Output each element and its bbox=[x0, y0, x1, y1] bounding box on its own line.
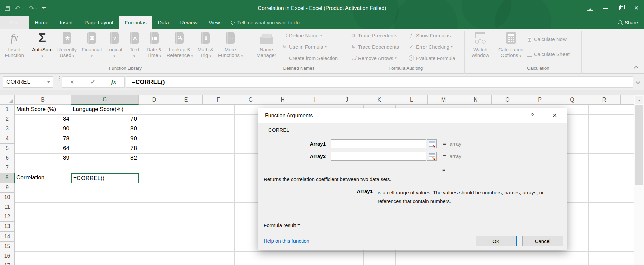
cell-C12[interactable] bbox=[71, 212, 139, 222]
cell-D15[interactable] bbox=[139, 242, 170, 252]
cell-K17[interactable] bbox=[363, 261, 396, 265]
customize-qat-icon[interactable] bbox=[42, 7, 46, 10]
cell-L17[interactable] bbox=[395, 261, 428, 265]
array2-range-picker-icon[interactable] bbox=[427, 152, 437, 161]
cell-M16[interactable] bbox=[428, 251, 460, 261]
row-header-13[interactable]: 13 bbox=[0, 222, 15, 231]
column-header-R[interactable]: R bbox=[588, 95, 621, 105]
cell-x6[interactable] bbox=[621, 153, 634, 163]
ribbon-item-calculate-sheet[interactable]: Calculate Sheet bbox=[526, 47, 570, 62]
row-header-9[interactable]: 9 bbox=[0, 183, 15, 193]
cell-E1[interactable] bbox=[170, 105, 203, 115]
array1-range-picker-icon[interactable] bbox=[427, 139, 437, 148]
cell-D17[interactable] bbox=[139, 261, 170, 265]
column-header-H[interactable]: H bbox=[267, 95, 299, 105]
cell-C6[interactable]: 82 bbox=[71, 153, 139, 163]
cell-O16[interactable] bbox=[492, 251, 524, 261]
cell-E2[interactable] bbox=[170, 114, 203, 124]
share-button[interactable]: Share bbox=[618, 16, 638, 29]
name-box-dropdown-icon[interactable] bbox=[47, 81, 50, 84]
ribbon-button-recently-used[interactable]: ★RecentlyUsed ▾ bbox=[55, 30, 79, 59]
cell-x1[interactable] bbox=[621, 105, 634, 115]
tell-me-box[interactable]: Tell me what you want to do... bbox=[231, 16, 304, 29]
column-header-F[interactable]: F bbox=[203, 95, 234, 105]
name-box[interactable]: CORREL bbox=[3, 76, 53, 88]
cell-B6[interactable]: 89 bbox=[15, 153, 71, 163]
tab-view[interactable]: View bbox=[203, 16, 225, 29]
cell-C7[interactable] bbox=[71, 163, 139, 173]
cell-E3[interactable] bbox=[170, 124, 203, 134]
redo-icon[interactable] bbox=[29, 4, 34, 12]
ribbon-button-date-time[interactable]: Date &Time ▾ bbox=[144, 30, 164, 59]
cell-F6[interactable] bbox=[203, 153, 235, 163]
cell-B16[interactable] bbox=[15, 251, 71, 261]
cell-R15[interactable] bbox=[588, 242, 621, 252]
cell-B13[interactable] bbox=[15, 222, 71, 232]
cell-E16[interactable] bbox=[170, 251, 203, 261]
cell-L16[interactable] bbox=[395, 251, 428, 261]
cell-C2[interactable]: 70 bbox=[71, 114, 139, 124]
cell-x10[interactable] bbox=[621, 193, 634, 203]
undo-icon[interactable] bbox=[15, 4, 20, 12]
cell-G16[interactable] bbox=[234, 251, 267, 261]
cell-E9[interactable] bbox=[170, 183, 203, 193]
column-header-P[interactable]: P bbox=[524, 95, 556, 105]
name-manager-button[interactable]: NameManager bbox=[253, 30, 280, 65]
cell-C3[interactable]: 80 bbox=[71, 124, 139, 134]
cancel-button[interactable]: Cancel bbox=[522, 236, 563, 246]
row-header-15[interactable]: 15 bbox=[0, 242, 15, 251]
row-header-5[interactable]: 5 bbox=[0, 144, 15, 153]
cell-B11[interactable] bbox=[15, 202, 71, 212]
calculation-options-button[interactable]: CalculationOptions ▾ bbox=[496, 30, 525, 65]
cell-F9[interactable] bbox=[203, 183, 235, 193]
ribbon-item-remove-arrows[interactable]: Remove Arrows▾ bbox=[350, 52, 399, 64]
cell-R6[interactable] bbox=[588, 153, 621, 163]
cell-D11[interactable] bbox=[139, 202, 170, 212]
row-header-16[interactable]: 16 bbox=[0, 251, 15, 261]
column-header-M[interactable]: M bbox=[428, 95, 460, 105]
cell-F15[interactable] bbox=[203, 242, 235, 252]
cell-R7[interactable] bbox=[588, 163, 621, 173]
column-header-partial[interactable] bbox=[621, 95, 634, 105]
array1-input[interactable] bbox=[331, 139, 426, 148]
cell-R5[interactable] bbox=[588, 144, 621, 154]
cell-x12[interactable] bbox=[621, 212, 634, 222]
scrollbar-thumb[interactable] bbox=[635, 105, 643, 185]
cell-R11[interactable] bbox=[588, 202, 621, 212]
ribbon-item-trace-dependents[interactable]: Trace Dependents bbox=[350, 41, 399, 52]
cell-x14[interactable] bbox=[621, 232, 634, 242]
cell-x17[interactable] bbox=[621, 261, 634, 265]
cell-F3[interactable] bbox=[203, 124, 235, 134]
cell-R16[interactable] bbox=[588, 251, 621, 261]
cell-P16[interactable] bbox=[524, 251, 556, 261]
cell-C8[interactable]: =CORREL() bbox=[71, 173, 139, 183]
cell-E12[interactable] bbox=[170, 212, 203, 222]
expand-formula-bar-icon[interactable] bbox=[636, 79, 640, 84]
cell-C13[interactable] bbox=[71, 222, 139, 232]
collapse-ribbon-icon[interactable] bbox=[634, 66, 639, 70]
cell-x2[interactable] bbox=[621, 114, 634, 124]
cell-C5[interactable]: 78 bbox=[71, 144, 139, 154]
tab-review[interactable]: Review bbox=[175, 16, 203, 29]
cell-R3[interactable] bbox=[588, 124, 621, 134]
cell-J16[interactable] bbox=[331, 251, 364, 261]
minimize-button[interactable] bbox=[598, 0, 613, 16]
tab-data[interactable]: Data bbox=[152, 16, 175, 29]
cell-E14[interactable] bbox=[170, 232, 203, 242]
ribbon-item-error-checking[interactable]: Error Checking▾ bbox=[408, 41, 455, 52]
column-header-I[interactable]: I bbox=[299, 95, 331, 105]
cell-P17[interactable] bbox=[524, 261, 556, 265]
cell-F2[interactable] bbox=[203, 114, 235, 124]
row-header-7[interactable]: 7 bbox=[0, 163, 15, 173]
cell-D12[interactable] bbox=[139, 212, 170, 222]
cell-D3[interactable] bbox=[139, 124, 170, 134]
cell-F14[interactable] bbox=[203, 232, 235, 242]
ribbon-item-define-name[interactable]: Define Name▾ bbox=[281, 29, 338, 41]
cell-E6[interactable] bbox=[170, 153, 203, 163]
cell-E4[interactable] bbox=[170, 134, 203, 144]
formula-input[interactable]: =CORREL() bbox=[126, 76, 633, 88]
ribbon-button-autosum[interactable]: ΣAutoSum ▾ bbox=[30, 30, 55, 59]
cell-B9[interactable] bbox=[15, 183, 71, 193]
cell-D5[interactable] bbox=[139, 144, 170, 154]
ribbon-item-trace-precedents[interactable]: Trace Precedents bbox=[350, 29, 399, 41]
